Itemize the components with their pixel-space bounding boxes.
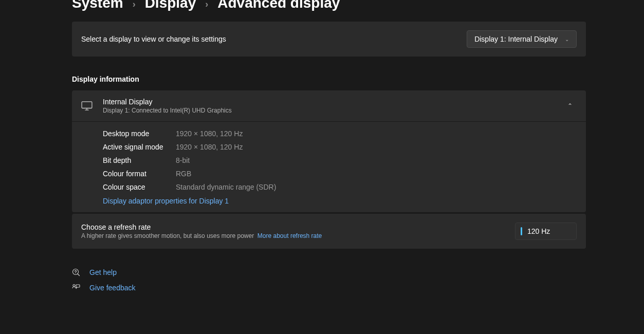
info-key: Colour space — [103, 183, 176, 191]
info-val: Standard dynamic range (SDR) — [176, 183, 276, 191]
refresh-rate-dropdown[interactable]: 120 Hz — [515, 222, 577, 240]
display-selector-value: Display 1: Internal Display — [474, 35, 558, 43]
section-title: Display information — [72, 75, 644, 83]
info-val: 1920 × 1080, 120 Hz — [176, 129, 243, 138]
display-info-details: Desktop mode 1920 × 1080, 120 Hz Active … — [72, 122, 586, 212]
info-row-bit-depth: Bit depth 8-bit — [103, 154, 577, 167]
info-row-colour-space: Colour space Standard dynamic range (SDR… — [103, 180, 577, 194]
more-about-refresh-link[interactable]: More about refresh rate — [257, 232, 322, 239]
chevron-right-icon: › — [205, 0, 208, 10]
refresh-rate-title: Choose a refresh rate — [81, 223, 515, 231]
svg-point-6 — [73, 285, 75, 287]
info-row-colour-format: Colour format RGB — [103, 167, 577, 180]
info-val: RGB — [176, 170, 191, 178]
display-info-card: Internal Display Display 1: Connected to… — [72, 90, 586, 212]
info-key: Active signal mode — [103, 143, 176, 151]
get-help-link[interactable]: Get help — [72, 268, 644, 276]
feedback-icon — [72, 284, 80, 292]
refresh-rate-card: Choose a refresh rate A higher rate give… — [72, 214, 586, 249]
display-selector-card: Select a display to view or change its s… — [72, 22, 586, 57]
info-row-active-signal: Active signal mode 1920 × 1080, 120 Hz — [103, 140, 577, 154]
give-feedback-label: Give feedback — [89, 284, 136, 292]
adapter-properties-link[interactable]: Display adaptor properties for Display 1 — [103, 197, 229, 205]
display-selector-label: Select a display to view or change its s… — [81, 35, 226, 43]
svg-point-4 — [76, 273, 76, 274]
chevron-up-icon[interactable]: ⌃ — [567, 102, 577, 109]
help-icon — [72, 268, 80, 276]
svg-rect-7 — [76, 285, 80, 287]
accent-bar — [521, 227, 522, 235]
breadcrumb-display[interactable]: Display — [145, 0, 196, 11]
display-info-subtitle: Display 1: Connected to Intel(R) UHD Gra… — [103, 107, 557, 114]
display-info-header[interactable]: Internal Display Display 1: Connected to… — [72, 90, 586, 122]
breadcrumb: System › Display › Advanced display — [72, 0, 644, 11]
breadcrumb-system[interactable]: System — [72, 0, 123, 11]
display-info-title: Internal Display — [103, 98, 557, 106]
breadcrumb-advanced: Advanced display — [217, 0, 340, 11]
info-key: Desktop mode — [103, 129, 176, 138]
refresh-rate-subtitle: A higher rate gives smoother motion, but… — [81, 232, 515, 239]
display-selector-dropdown[interactable]: Display 1: Internal Display ⌄ — [467, 30, 577, 48]
give-feedback-link[interactable]: Give feedback — [72, 284, 644, 292]
chevron-right-icon: › — [133, 0, 136, 10]
info-val: 8-bit — [176, 156, 190, 164]
info-val: 1920 × 1080, 120 Hz — [176, 143, 243, 151]
refresh-rate-value: 120 Hz — [527, 227, 550, 235]
svg-rect-0 — [82, 102, 92, 108]
chevron-down-icon: ⌄ — [565, 36, 569, 42]
monitor-icon — [81, 101, 93, 110]
info-row-desktop-mode: Desktop mode 1920 × 1080, 120 Hz — [103, 127, 577, 140]
info-key: Colour format — [103, 170, 176, 178]
get-help-label: Get help — [89, 268, 117, 276]
info-key: Bit depth — [103, 156, 176, 164]
footer-links: Get help Give feedback — [72, 268, 644, 292]
svg-line-5 — [78, 274, 80, 276]
